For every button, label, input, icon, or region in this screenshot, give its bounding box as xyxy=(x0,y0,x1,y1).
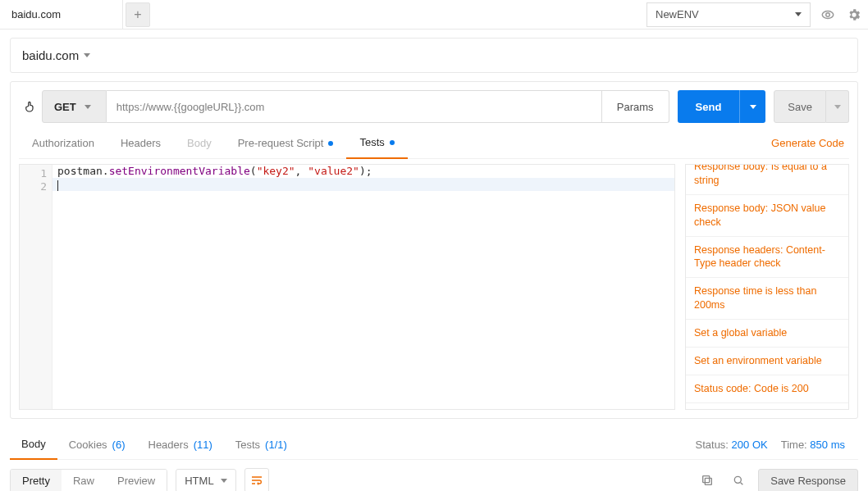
status-meta: Status: 200 OK xyxy=(696,439,781,451)
view-mode-pretty[interactable]: Pretty xyxy=(11,470,62,492)
send-dropdown[interactable] xyxy=(739,90,765,123)
editor-content[interactable]: postman.setEnvironmentVariable("key2", "… xyxy=(53,165,674,409)
snippet-label: Status code: Code is 200 xyxy=(694,383,809,394)
resp-tab-tests[interactable]: Tests (1/1) xyxy=(224,430,299,460)
snippet-item[interactable]: Status code: Code name has xyxy=(686,403,848,410)
snippets-panel: Response body: Is equal to a string Resp… xyxy=(685,164,849,410)
modified-dot-icon xyxy=(390,140,395,145)
text-cursor-icon xyxy=(57,180,58,191)
params-button[interactable]: Params xyxy=(602,90,669,123)
caret-down-icon xyxy=(84,53,90,57)
resp-tab-headers-count: (11) xyxy=(194,439,212,451)
search-response-icon[interactable] xyxy=(727,469,750,491)
request-tab-label: baidu.com xyxy=(11,8,61,20)
tab-headers[interactable]: Headers xyxy=(107,128,174,159)
resp-tab-cookies[interactable]: Cookies (6) xyxy=(57,430,137,460)
code-line xyxy=(53,178,674,191)
tab-prerequest-label: Pre-request Script xyxy=(238,137,324,149)
view-mode-pretty-label: Pretty xyxy=(22,475,50,487)
manage-env-icon[interactable] xyxy=(842,2,866,27)
chevron-down-icon xyxy=(750,105,756,109)
tab-authorization[interactable]: Authorization xyxy=(19,128,107,159)
resp-tab-cookies-count: (6) xyxy=(112,439,126,451)
tab-body[interactable]: Body xyxy=(174,128,225,159)
view-mode-group: Pretty Raw Preview xyxy=(10,469,167,492)
snippet-item[interactable]: Status code: Code is 200 xyxy=(686,375,848,403)
snippet-item[interactable]: Response headers: Content-Type header ch… xyxy=(686,237,848,279)
line-number: 1 xyxy=(20,167,47,180)
snippet-item[interactable]: Set an environment variable xyxy=(686,348,848,375)
wrap-lines-button[interactable] xyxy=(244,468,269,491)
snippet-label: Response body: Is equal to a string xyxy=(694,164,827,186)
quicklook-icon[interactable] xyxy=(815,2,840,27)
snippet-label: Set a global variable xyxy=(694,327,787,339)
format-label: HTML xyxy=(185,475,213,487)
chevron-down-icon xyxy=(834,105,841,109)
view-mode-raw[interactable]: Raw xyxy=(62,470,106,492)
snippet-label: Set an environment variable xyxy=(694,355,822,366)
copy-response-icon[interactable] xyxy=(696,469,719,491)
chevron-down-icon xyxy=(795,12,802,16)
tab-headers-label: Headers xyxy=(121,137,161,149)
view-mode-preview-label: Preview xyxy=(117,475,155,487)
save-button[interactable]: Save xyxy=(774,90,826,123)
resp-tab-cookies-label: Cookies xyxy=(69,439,107,451)
snippet-label: Response body: JSON value check xyxy=(694,202,826,228)
url-value: https://www.{{googleURL}}.com xyxy=(116,101,265,113)
resp-tab-body-label: Body xyxy=(21,438,46,450)
save-label: Save xyxy=(788,101,812,113)
snippet-item[interactable]: Response body: JSON value check xyxy=(686,195,848,237)
tests-code-editor[interactable]: 1 2 postman.setEnvironmentVariable("key2… xyxy=(19,164,675,410)
http-method-label: GET xyxy=(54,101,76,113)
url-input[interactable]: https://www.{{googleURL}}.com xyxy=(107,90,602,123)
editor-gutter: 1 2 xyxy=(20,165,53,409)
svg-point-4 xyxy=(735,476,742,483)
collection-breadcrumb[interactable]: baidu.com xyxy=(10,38,858,73)
http-method-select[interactable]: GET xyxy=(42,90,107,123)
chevron-down-icon xyxy=(221,479,227,483)
code-line: postman.setEnvironmentVariable("key2", "… xyxy=(53,165,674,178)
send-button[interactable]: Send xyxy=(678,90,740,123)
send-label: Send xyxy=(696,101,722,113)
status-value: 200 OK xyxy=(732,439,768,451)
snippet-label: Response headers: Content-Type header ch… xyxy=(694,244,825,270)
svg-rect-3 xyxy=(703,476,710,483)
tab-tests[interactable]: Tests xyxy=(346,128,407,159)
collection-title: baidu.com xyxy=(22,48,79,62)
add-tab-button[interactable]: + xyxy=(126,2,150,27)
save-dropdown[interactable] xyxy=(826,90,849,123)
line-number: 2 xyxy=(20,180,47,193)
time-meta: Time: 850 ms xyxy=(781,439,858,451)
params-label: Params xyxy=(617,101,654,113)
modified-dot-icon xyxy=(328,141,333,146)
snippet-item[interactable]: Set a global variable xyxy=(686,320,848,348)
svg-point-0 xyxy=(822,11,834,18)
format-select[interactable]: HTML xyxy=(176,469,235,492)
resp-tab-tests-label: Tests xyxy=(235,439,260,451)
generate-code-link[interactable]: Generate Code xyxy=(771,137,849,149)
environment-name: NewENV xyxy=(656,8,699,20)
svg-point-1 xyxy=(826,12,830,16)
tab-tests-label: Tests xyxy=(359,136,384,148)
save-response-button[interactable]: Save Response xyxy=(758,469,858,492)
resp-tab-headers-label: Headers xyxy=(148,439,189,451)
resp-tab-tests-count: (1/1) xyxy=(265,439,287,451)
resp-tab-body[interactable]: Body xyxy=(10,430,57,460)
environment-select[interactable]: NewENV xyxy=(646,2,811,27)
snippet-item[interactable]: Response body: Is equal to a string xyxy=(686,164,848,195)
view-mode-raw-label: Raw xyxy=(73,475,94,487)
tab-prerequest[interactable]: Pre-request Script xyxy=(225,128,347,159)
tab-authorization-label: Authorization xyxy=(32,137,94,149)
resp-tab-headers[interactable]: Headers (11) xyxy=(137,430,224,460)
request-tab[interactable]: baidu.com xyxy=(0,0,123,29)
pointer-cursor-icon xyxy=(19,90,42,123)
chevron-down-icon xyxy=(85,105,91,109)
svg-rect-2 xyxy=(706,478,712,484)
generate-code-label: Generate Code xyxy=(771,137,844,149)
snippet-item[interactable]: Response time is less than 200ms xyxy=(686,278,848,320)
save-response-label: Save Response xyxy=(770,475,846,487)
view-mode-preview[interactable]: Preview xyxy=(106,470,167,492)
snippet-label: Response time is less than 200ms xyxy=(694,285,816,311)
tab-body-label: Body xyxy=(187,137,212,149)
time-value: 850 ms xyxy=(810,439,845,451)
